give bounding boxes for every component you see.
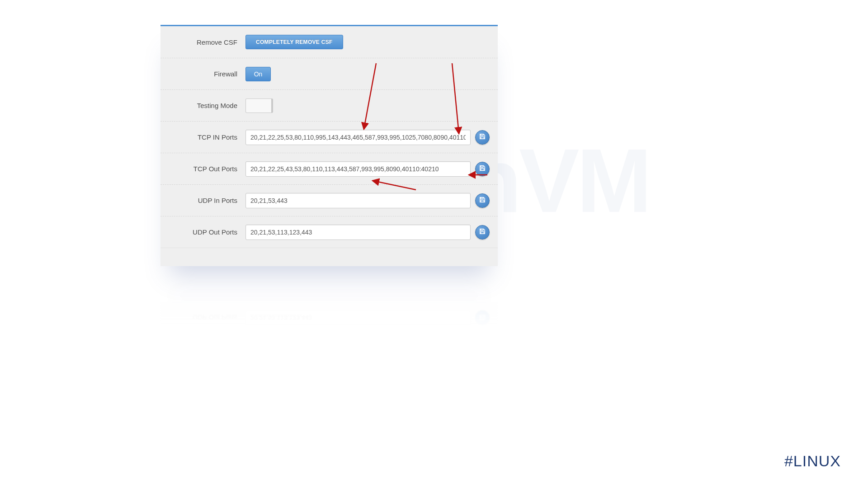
row-tcp-out: TCP Out Ports: [160, 153, 498, 184]
label-testing-mode: Testing Mode: [160, 102, 245, 109]
udp-in-input[interactable]: [245, 193, 471, 208]
row-remove-csf: Remove CSF COMPLETELY REMOVE CSF: [160, 26, 498, 58]
save-udp-in-button[interactable]: [475, 193, 490, 208]
udp-out-input[interactable]: [245, 225, 471, 240]
label-tcp-out: TCP Out Ports: [160, 165, 245, 173]
row-udp-out: UDP Out Ports: [160, 216, 498, 248]
save-tcp-in-button[interactable]: [475, 130, 490, 145]
svg-rect-1: [481, 137, 484, 139]
save-icon: [479, 228, 486, 236]
save-icon: [479, 133, 486, 141]
label-remove-csf: Remove CSF: [160, 38, 245, 46]
label-udp-out: UDP Out Ports: [160, 228, 245, 236]
firewall-toggle[interactable]: On: [245, 67, 271, 81]
svg-rect-7: [481, 232, 484, 234]
label-firewall: Firewall: [160, 70, 245, 78]
testing-mode-toggle[interactable]: [245, 99, 273, 113]
save-icon: [479, 197, 486, 204]
tcp-in-input[interactable]: [245, 130, 471, 145]
row-testing-mode: Testing Mode: [160, 89, 498, 121]
svg-rect-0: [481, 134, 483, 136]
panel-footer: [160, 248, 498, 266]
svg-rect-6: [481, 229, 483, 231]
svg-rect-9: [481, 315, 484, 317]
row-udp-in: UDP In Ports: [160, 184, 498, 216]
svg-rect-3: [481, 169, 484, 170]
save-udp-out-button[interactable]: [475, 225, 490, 239]
label-tcp-in: TCP IN Ports: [160, 133, 245, 141]
label-udp-in: UDP In Ports: [160, 197, 245, 204]
csf-settings-panel: Remove CSF COMPLETELY REMOVE CSF Firewal…: [160, 25, 498, 266]
svg-rect-5: [481, 200, 484, 202]
tcp-out-input[interactable]: [245, 161, 471, 177]
row-tcp-in: TCP IN Ports: [160, 121, 498, 153]
svg-rect-4: [481, 197, 483, 199]
hashtag-label: #LINUX: [784, 452, 841, 470]
svg-rect-2: [481, 166, 483, 168]
svg-rect-8: [481, 319, 483, 320]
panel-reflection: UDP Out Ports: [160, 275, 498, 333]
row-firewall: Firewall On: [160, 58, 498, 89]
save-tcp-out-button[interactable]: [475, 162, 490, 176]
remove-csf-button[interactable]: COMPLETELY REMOVE CSF: [245, 35, 343, 49]
save-icon: [479, 165, 486, 173]
